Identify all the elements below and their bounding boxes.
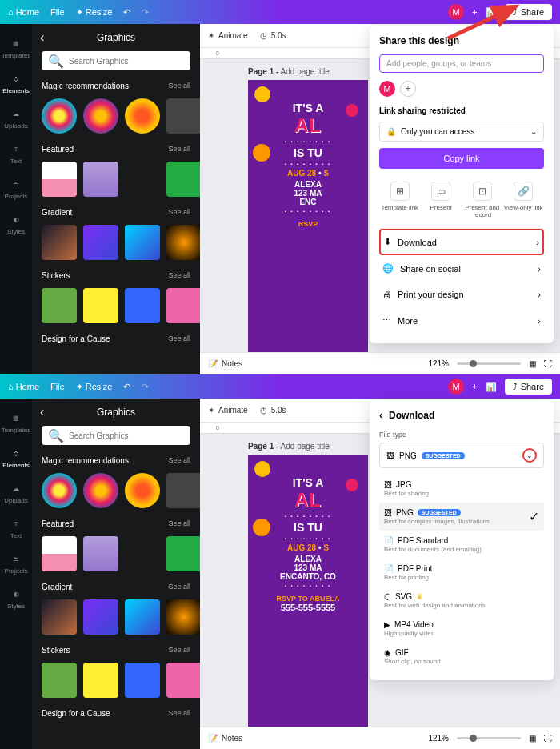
fullscreen-icon[interactable]: ⛶	[544, 734, 552, 743]
graphic-thumb[interactable]	[166, 473, 200, 508]
filetype-dropdown[interactable]: 🖼PNGSUGGESTED ⌄	[379, 443, 544, 468]
nav-text[interactable]: TText	[0, 511, 32, 546]
back-icon[interactable]: ‹	[40, 30, 44, 45]
redo-button[interactable]: ↷	[142, 7, 149, 18]
more-item[interactable]: ⋯More ›	[379, 307, 544, 334]
graphic-thumb[interactable]	[83, 162, 118, 197]
graphic-thumb[interactable]	[83, 98, 118, 134]
duration-button[interactable]: ◷5.0s	[260, 31, 286, 40]
filetype-option-mp4[interactable]: ▶MP4 Video High quality video	[379, 615, 544, 643]
back-icon[interactable]: ‹	[379, 410, 382, 421]
graphic-thumb[interactable]	[125, 162, 160, 197]
add-member-button[interactable]: +	[472, 7, 477, 17]
graphic-thumb[interactable]	[83, 473, 118, 508]
filetype-option-svg[interactable]: ⬡SVG♛ Best for web design and animations	[379, 587, 544, 615]
graphic-thumb[interactable]	[166, 536, 200, 571]
graphic-thumb[interactable]	[125, 473, 160, 508]
see-all-link[interactable]: See all	[168, 82, 190, 90]
nav-elements[interactable]: ◇Elements	[0, 440, 32, 475]
filetype-option-pdf-standard[interactable]: 📄PDF Standard Best for documents (and em…	[379, 531, 544, 559]
design-canvas[interactable]: IT'S A AL • • • • • • • • IS TU • • • • …	[248, 455, 368, 727]
undo-button[interactable]: ↶	[123, 7, 130, 18]
zoom-slider[interactable]	[457, 362, 521, 365]
see-all-link[interactable]: See all	[168, 709, 190, 718]
view-only-button[interactable]: 🔗View-only link	[503, 182, 543, 218]
graphic-thumb[interactable]	[83, 536, 118, 571]
filetype-option-gif[interactable]: ◉GIF Short clip, no sound	[379, 643, 544, 671]
graphic-thumb[interactable]	[42, 98, 77, 134]
grid-view-icon[interactable]: ▦	[529, 734, 536, 743]
see-all-link[interactable]: See all	[168, 646, 190, 655]
nav-elements[interactable]: ◇Elements	[0, 66, 32, 101]
graphic-thumb[interactable]	[83, 663, 118, 698]
download-item[interactable]: ⬇Download ›	[379, 229, 544, 255]
graphic-thumb[interactable]	[42, 536, 77, 571]
home-button[interactable]: ⌂Home	[8, 7, 39, 17]
print-design-item[interactable]: 🖨Print your design ›	[379, 282, 544, 307]
people-input[interactable]: Add people, groups, or teams	[379, 54, 544, 73]
nav-styles[interactable]: ◐Styles	[0, 206, 32, 242]
notes-button[interactable]: 📝Notes	[208, 734, 242, 743]
resize-button[interactable]: ✦Resize	[76, 7, 113, 18]
search-input[interactable]: 🔍	[42, 51, 190, 70]
graphic-thumb[interactable]	[166, 225, 200, 260]
fullscreen-icon[interactable]: ⛶	[544, 359, 552, 368]
share-button[interactable]: ⤴Share	[505, 4, 552, 20]
graphic-thumb[interactable]	[42, 225, 77, 260]
nav-text[interactable]: TText	[0, 136, 32, 171]
duration-button[interactable]: ◷5.0s	[260, 406, 286, 415]
avatar[interactable]: M	[448, 4, 464, 20]
redo-button[interactable]: ↷	[142, 382, 149, 392]
avatar[interactable]: M	[448, 379, 464, 395]
graphic-thumb[interactable]	[125, 599, 160, 635]
graphic-thumb[interactable]	[125, 663, 160, 698]
search-input[interactable]: 🔍	[42, 426, 190, 445]
filetype-option-png[interactable]: 🖼PNGSUGGESTED Best for complex images, i…	[379, 503, 544, 531]
graphic-thumb[interactable]	[166, 288, 200, 323]
present-button[interactable]: ▭Present	[421, 182, 461, 218]
see-all-link[interactable]: See all	[168, 583, 190, 591]
grid-view-icon[interactable]: ▦	[529, 359, 536, 368]
see-all-link[interactable]: See all	[168, 145, 190, 154]
graphic-thumb[interactable]	[83, 225, 118, 260]
graphic-thumb[interactable]	[83, 288, 118, 323]
home-button[interactable]: ⌂Home	[8, 382, 39, 391]
insights-button[interactable]: 📊	[486, 7, 497, 18]
animate-button[interactable]: ✶Animate	[208, 406, 248, 415]
nav-styles[interactable]: ◐Styles	[0, 581, 32, 616]
see-all-link[interactable]: See all	[168, 519, 190, 528]
graphic-thumb[interactable]	[42, 162, 77, 197]
insights-button[interactable]: 📊	[486, 382, 497, 392]
add-person-button[interactable]: +	[400, 81, 416, 97]
graphic-thumb[interactable]	[125, 225, 160, 260]
graphic-thumb[interactable]	[42, 288, 77, 323]
file-button[interactable]: File	[50, 382, 65, 391]
nav-projects[interactable]: 🗀Projects	[0, 171, 32, 206]
graphic-thumb[interactable]	[125, 288, 160, 323]
filetype-option-pdf-print[interactable]: 📄PDF Print Best for printing	[379, 559, 544, 587]
nav-uploads[interactable]: ☁Uploads	[0, 475, 32, 511]
zoom-slider[interactable]	[457, 737, 521, 739]
graphic-thumb[interactable]	[166, 162, 200, 197]
copy-link-button[interactable]: Copy link	[379, 148, 544, 169]
graphic-thumb[interactable]	[42, 473, 77, 508]
present-record-button[interactable]: ⊡Present and record	[462, 182, 502, 218]
back-icon[interactable]: ‹	[40, 405, 44, 419]
add-member-button[interactable]: +	[472, 382, 477, 391]
design-canvas[interactable]: IT'S A AL • • • • • • • • IS TU • • • • …	[248, 80, 368, 352]
nav-projects[interactable]: 🗀Projects	[0, 546, 32, 581]
graphic-thumb[interactable]	[83, 599, 118, 635]
zoom-level[interactable]: 121%	[428, 734, 449, 743]
graphic-thumb[interactable]	[166, 98, 200, 134]
filetype-option-jpg[interactable]: 🖼JPG Best for sharing	[379, 475, 544, 503]
undo-button[interactable]: ↶	[123, 382, 130, 392]
resize-button[interactable]: ✦Resize	[76, 382, 113, 392]
share-button[interactable]: ⤴Share	[505, 379, 552, 395]
see-all-link[interactable]: See all	[168, 334, 190, 343]
nav-uploads[interactable]: ☁Uploads	[0, 101, 32, 136]
share-social-item[interactable]: 🌐Share on social ›	[379, 255, 544, 282]
file-button[interactable]: File	[50, 7, 65, 17]
see-all-link[interactable]: See all	[168, 208, 190, 217]
notes-button[interactable]: 📝Notes	[208, 359, 242, 368]
nav-templates[interactable]: ▦Templates	[0, 405, 32, 440]
